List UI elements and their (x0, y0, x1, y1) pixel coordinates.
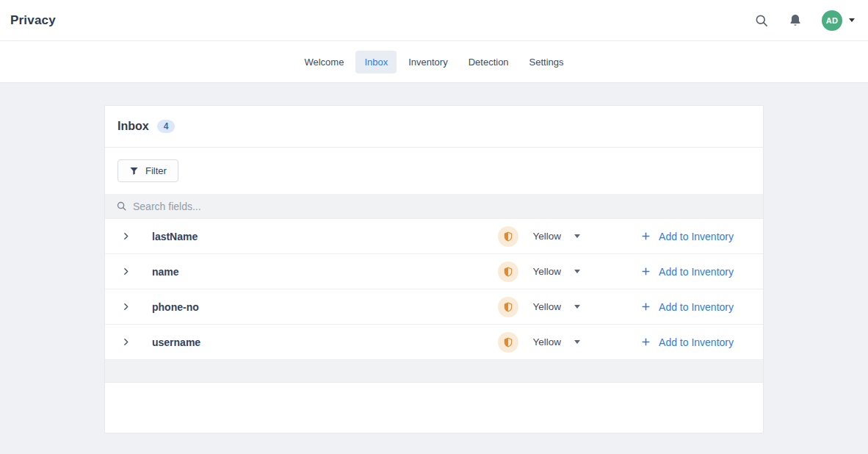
chevron-right-icon[interactable] (121, 267, 131, 276)
shield-icon (498, 226, 518, 247)
list-footer-strip (105, 360, 763, 383)
filter-icon (129, 166, 139, 176)
add-to-inventory-label: Add to Inventory (659, 266, 734, 278)
header-actions: AD (754, 10, 855, 31)
plus-icon (641, 302, 651, 311)
add-to-inventory-label: Add to Inventory (659, 336, 734, 348)
table-row: phone-no Yellow Add to Inventory (105, 289, 763, 325)
classification-select[interactable]: Yellow (533, 336, 581, 347)
filter-button-label: Filter (145, 165, 167, 176)
classification-value: Yellow (533, 301, 562, 312)
top-header: Privacy AD (0, 0, 868, 41)
plus-icon (641, 337, 651, 347)
app-window: Privacy AD WelcomeInboxInventoryDetectio… (0, 0, 868, 454)
main-area: Inbox 4 Filter (0, 83, 868, 454)
add-to-inventory-label: Add to Inventory (659, 301, 734, 313)
tab-inventory[interactable]: Inventory (399, 51, 456, 73)
field-name: username (152, 336, 498, 348)
table-row: lastName Yellow Add to Inventory (105, 219, 763, 254)
classification-select[interactable]: Yellow (533, 231, 581, 242)
inbox-title: Inbox (117, 120, 149, 133)
card-header: Inbox 4 (105, 106, 763, 148)
inbox-card: Inbox 4 Filter (104, 105, 764, 433)
classification-select[interactable]: Yellow (533, 301, 581, 312)
shield-icon (498, 262, 518, 282)
add-to-inventory-button[interactable]: Add to Inventory (641, 231, 734, 242)
add-to-inventory-button[interactable]: Add to Inventory (641, 301, 734, 313)
page-title: Privacy (10, 13, 56, 28)
field-name: lastName (152, 231, 498, 242)
add-to-inventory-button[interactable]: Add to Inventory (641, 336, 734, 348)
user-menu[interactable]: AD (822, 10, 855, 31)
tab-detection[interactable]: Detection (460, 51, 518, 73)
classification-value: Yellow (533, 266, 562, 277)
caret-down-icon (849, 18, 855, 22)
plus-icon (641, 267, 651, 276)
inbox-count-badge: 4 (157, 120, 176, 133)
chevron-right-icon[interactable] (121, 231, 131, 241)
add-to-inventory-button[interactable]: Add to Inventory (641, 266, 734, 278)
avatar: AD (822, 10, 842, 31)
caret-down-icon (574, 234, 580, 238)
shield-icon (498, 297, 518, 317)
add-to-inventory-label: Add to Inventory (659, 231, 734, 242)
toolbar: Filter (105, 148, 763, 194)
classification-select[interactable]: Yellow (533, 266, 581, 277)
table-row: name Yellow Add to Inventory (105, 254, 763, 289)
tab-welcome[interactable]: Welcome (295, 51, 352, 73)
bell-icon[interactable] (788, 13, 803, 28)
tab-inbox[interactable]: Inbox (355, 51, 397, 73)
chevron-right-icon[interactable] (121, 302, 131, 311)
search-input[interactable] (133, 201, 752, 212)
tab-settings[interactable]: Settings (521, 51, 573, 73)
field-name: phone-no (152, 301, 498, 313)
classification-value: Yellow (533, 231, 562, 242)
plus-icon (641, 231, 651, 241)
chevron-right-icon[interactable] (121, 337, 131, 347)
shield-icon (498, 332, 518, 353)
caret-down-icon (574, 305, 580, 309)
table-row: username Yellow Add to Inventory (105, 325, 763, 360)
search-icon[interactable] (754, 13, 769, 28)
classification-value: Yellow (533, 336, 562, 347)
search-icon (116, 201, 127, 212)
caret-down-icon (574, 340, 580, 344)
main-nav: WelcomeInboxInventoryDetectionSettings (0, 41, 868, 83)
filter-button[interactable]: Filter (117, 159, 178, 182)
search-bar[interactable] (105, 194, 763, 219)
fields-list: lastName Yellow Add to Inventory (105, 219, 763, 360)
field-name: name (152, 266, 498, 278)
caret-down-icon (574, 270, 580, 273)
